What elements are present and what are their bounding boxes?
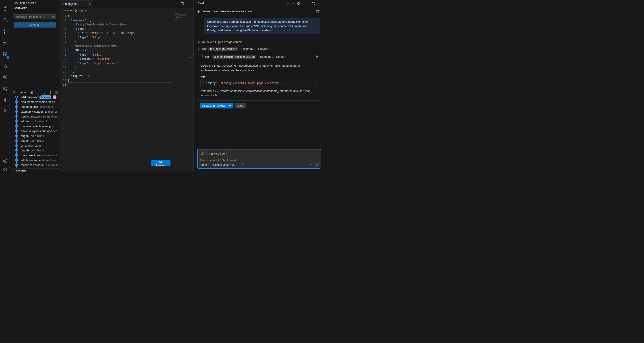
commit-row[interactable]: move to layouts and add seo...	[10, 128, 60, 133]
commit-message: bug fix	[21, 134, 29, 138]
tab-mcp-json[interactable]: {} mcp.json ×	[60, 0, 93, 7]
chat-panel: CHAT ··· FIGMA TO BLUTUI CMS PAGE CREATI…	[194, 0, 322, 171]
graph-repo-mode[interactable]: Auto	[20, 91, 26, 94]
new-chat-dropdown-icon[interactable]	[292, 2, 294, 5]
explorer-icon[interactable]	[0, 3, 10, 14]
line-number: 15	[60, 83, 66, 86]
allow-and-review-button[interactable]: Allow and Review	[200, 103, 233, 108]
settings-icon[interactable]	[0, 164, 10, 171]
cloud-badge-icon[interactable]: ☁	[53, 95, 56, 99]
pull-icon[interactable]	[42, 91, 46, 94]
run-debug-icon[interactable]	[0, 38, 10, 49]
commit-row[interactable]: bug fixdion-blutui	[10, 133, 60, 138]
fetch-icon[interactable]	[36, 91, 40, 94]
code-line[interactable]: 10"args": ["mcp", "server"]	[60, 61, 174, 65]
chat-more-icon[interactable]: ···	[303, 2, 306, 5]
commit-message-input[interactable]: Message (⌘Enter to ...	[14, 14, 56, 19]
mode-selector[interactable]: Agent	[200, 163, 210, 166]
code-line[interactable]: 9"command": "courier",	[60, 57, 174, 61]
branch-badge-main[interactable]: main	[40, 95, 52, 99]
commit-row[interactable]: mobile res productdion-blutui	[10, 162, 60, 167]
commit-row[interactable]: add mcp config...main☁	[10, 95, 60, 99]
send-icon[interactable]	[315, 163, 319, 167]
agent-step[interactable]: ✓ Ran get_design_context – Figma (MCP Se…	[198, 47, 268, 50]
editor-more-icon[interactable]: ···	[187, 2, 191, 5]
graph-section-header[interactable]: G... Auto ·	[12, 90, 59, 95]
code-line[interactable]: 8"type": "stdio",	[60, 52, 174, 57]
codelens-actions[interactable]: ✓Running | Stop | Restart | 6 tools | 3 …	[60, 22, 174, 27]
extensions-icon[interactable]: 1	[0, 49, 10, 60]
code-line[interactable]: 12},	[60, 70, 174, 74]
open-chat-in-editor-icon[interactable]	[316, 10, 319, 13]
code-line[interactable]: 15	[60, 82, 174, 87]
changes-section-header[interactable]: CHANGES	[12, 7, 27, 9]
commit-message: modular collection support...	[21, 125, 57, 128]
code-line[interactable]: 13"inputs": []	[60, 74, 174, 78]
code-line[interactable]: 6},	[60, 39, 174, 44]
context-attachment-chip[interactable]: + {} mcp.json	[206, 151, 226, 156]
continue-arrow-icon[interactable]	[308, 163, 312, 167]
codelens-actions[interactable]: ✓Running | Stop | Restart | 36 tools | M…	[60, 44, 174, 48]
code-editor[interactable]: 1{2"servers": {✓Running | Stop | Restart…	[60, 14, 174, 87]
commit-row[interactable]: bug fixdion-blutui	[10, 148, 60, 153]
search-icon[interactable]	[0, 15, 10, 25]
code-line[interactable]: 3"Figma": {	[60, 27, 174, 31]
breadcrumb[interactable]: .vscode › {} mcp.json › …	[63, 8, 94, 12]
commit-row[interactable]: update plugindion-blutui	[10, 104, 60, 109]
code-line[interactable]: 14}	[60, 78, 174, 83]
divider	[309, 2, 309, 5]
breadcrumb-more[interactable]: …	[92, 9, 94, 12]
maximize-panel-icon[interactable]	[312, 2, 315, 5]
agent-step[interactable]: ✓ Retrieved Figma design context	[198, 40, 242, 44]
add-server-button[interactable]: Add Server...	[151, 160, 170, 166]
code-line[interactable]: 11}	[60, 65, 174, 70]
commit-dropdown[interactable]	[50, 23, 56, 26]
tool-settings-icon[interactable]	[315, 55, 318, 58]
gitlens-section-label: GITLENS	[16, 170, 26, 171]
target-icon[interactable]	[30, 91, 34, 94]
commit-button[interactable]: ✓ Commit	[14, 21, 56, 27]
skip-button[interactable]: Skip	[235, 103, 246, 108]
commit-row[interactable]: sitemap + header fixdion-bl...	[10, 109, 60, 114]
code-line[interactable]: 1{	[60, 14, 174, 18]
figma-icon[interactable]	[0, 106, 10, 116]
chat-input-box[interactable]: + {} mcp.json Describe what to build nex…	[197, 149, 321, 169]
commit-row[interactable]: add formdion-blutui	[10, 119, 60, 124]
commit-row[interactable]: Add theme variables for pri...	[10, 99, 60, 104]
json-file-icon: {}	[75, 9, 77, 12]
commit-row[interactable]: add home routedion-blutui	[10, 158, 60, 162]
commit-row[interactable]: ui fixdion-blutui	[10, 143, 60, 148]
split-editor-icon[interactable]	[180, 2, 184, 5]
tab-close-icon[interactable]: ×	[89, 2, 91, 6]
sidebar-more-icon[interactable]: ···	[54, 1, 57, 4]
minimap[interactable]: { "servers": { "Figma": { "url": "http:/…	[174, 12, 188, 28]
new-chat-icon[interactable]	[286, 2, 290, 5]
scm-graph-icon[interactable]	[0, 72, 10, 82]
tools-icon[interactable]	[240, 163, 244, 166]
testing-icon[interactable]	[0, 61, 10, 71]
source-control-icon[interactable]	[0, 26, 10, 37]
breadcrumb-folder[interactable]: .vscode	[63, 9, 72, 12]
back-icon[interactable]	[197, 10, 200, 13]
gitlens-section-header[interactable]: GITLENS	[10, 168, 61, 171]
code-line[interactable]: 5"type": "http"	[60, 35, 174, 40]
breadcrumb-file[interactable]: mcp.json	[78, 9, 88, 12]
push-icon[interactable]	[48, 91, 52, 94]
commit-row[interactable]: use correct colordion-blutui	[10, 153, 60, 158]
commit-row[interactable]: remove recaptca scriptdion...	[10, 114, 60, 119]
allow-dropdown-icon[interactable]	[228, 104, 233, 107]
chat-settings-icon[interactable]	[297, 2, 300, 5]
model-selector[interactable]: Claude Opus 4.5	[213, 163, 237, 166]
code-line[interactable]: 7"Blutui": {	[60, 48, 174, 52]
gitlens-icon[interactable]	[0, 83, 10, 94]
commit-row[interactable]: bug fixdion-blutui	[10, 138, 60, 143]
code-line[interactable]: 4"url": "http://127.0.0.1:3845/mcp",	[60, 31, 174, 35]
commit-row[interactable]: modular collection support...	[10, 124, 60, 128]
attach-icon[interactable]	[200, 151, 205, 156]
sparkle-icon[interactable]	[52, 15, 55, 18]
close-panel-icon[interactable]	[317, 2, 320, 5]
code-line[interactable]: 2"servers": {	[60, 18, 174, 22]
refresh-icon[interactable]	[55, 91, 58, 94]
tab-chat[interactable]: CHAT	[198, 2, 204, 5]
mongodb-icon[interactable]	[0, 95, 10, 105]
